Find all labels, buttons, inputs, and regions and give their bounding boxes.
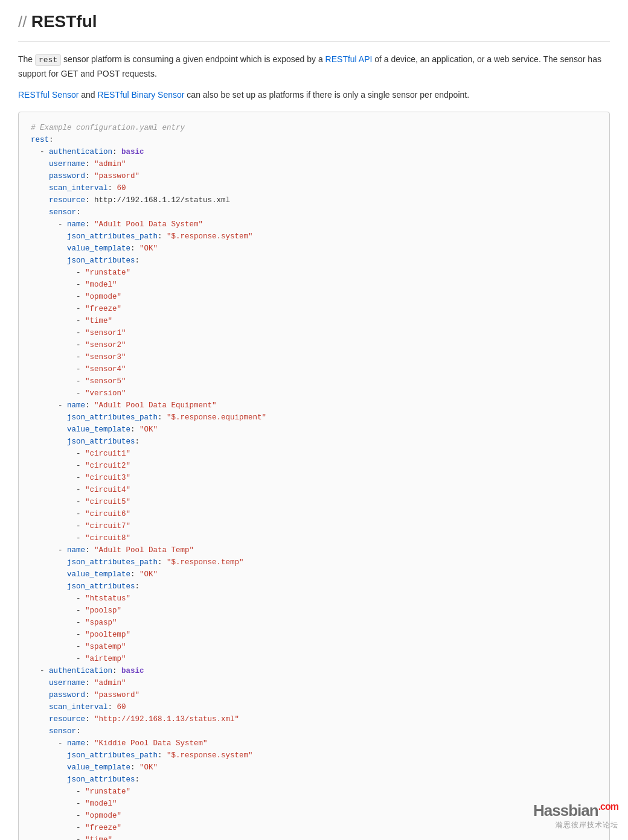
watermark: Hassbian.com 瀚思彼岸技术论坛 — [533, 801, 618, 830]
restful-api-link[interactable]: RESTful API — [325, 54, 373, 64]
links-line: RESTful Sensor and RESTful Binary Sensor… — [18, 90, 610, 100]
intro-paragraph: The rest sensor platform is consuming a … — [18, 52, 610, 80]
rest-code: rest — [35, 54, 61, 66]
code-block: # Example configuration.yaml entry rest:… — [19, 112, 609, 840]
title-comment: // — [18, 13, 31, 31]
page-title: // RESTful — [18, 12, 610, 42]
title-main: RESTful — [31, 12, 97, 31]
code-block-wrapper: # Example configuration.yaml entry rest:… — [18, 112, 610, 840]
restful-binary-sensor-link[interactable]: RESTful Binary Sensor — [98, 90, 185, 100]
watermark-brand: Hassbian.com — [533, 801, 618, 820]
watermark-com: .com — [598, 801, 618, 812]
restful-sensor-link[interactable]: RESTful Sensor — [18, 90, 78, 100]
watermark-sub: 瀚思彼岸技术论坛 — [533, 820, 618, 830]
